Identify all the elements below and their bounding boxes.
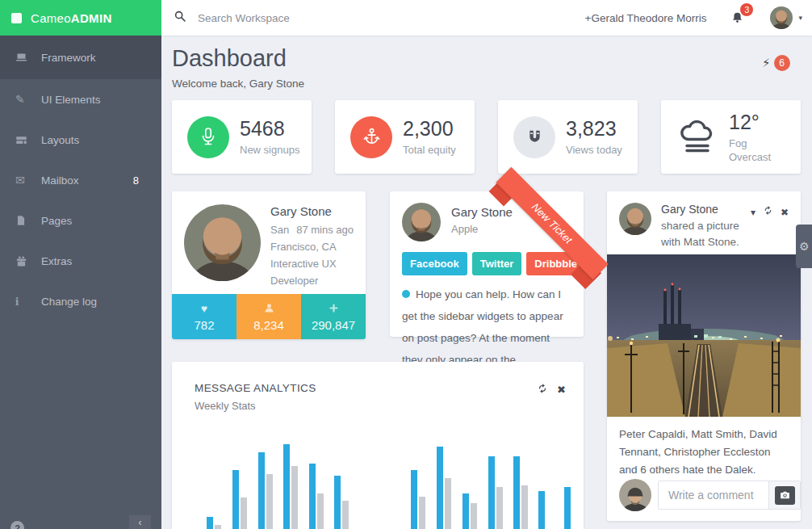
chevron-down-icon[interactable]: ▾ xyxy=(798,14,802,22)
info-icon: i xyxy=(15,295,36,309)
facebook-button[interactable]: Facebook xyxy=(402,252,467,275)
page-title: Dashboard xyxy=(172,45,304,72)
heart-icon: ♥ xyxy=(201,302,207,315)
refresh-icon[interactable] xyxy=(763,204,773,220)
social-user-name: Gary Stone xyxy=(661,203,718,216)
shared-photo xyxy=(607,254,801,417)
social-action-text: shared a picture with Matt Stone. xyxy=(661,220,739,248)
refresh-icon[interactable] xyxy=(537,383,548,397)
analytics-controls: ✖ xyxy=(537,383,566,397)
chart-bar-primary xyxy=(488,456,495,529)
chart-bar-primary xyxy=(564,487,571,529)
profile-stat-block[interactable]: 8,234 xyxy=(236,294,301,339)
chart-bar-primary xyxy=(463,493,469,529)
stat-value: 12° xyxy=(729,111,771,134)
gear-icon: ⚙ xyxy=(799,240,810,253)
chart-bar-secondary xyxy=(445,478,451,529)
user-icon xyxy=(263,302,275,315)
chart-bar-primary xyxy=(283,444,290,529)
weekly-stats-bar-chart xyxy=(172,428,584,529)
stat-card: 5468New signups xyxy=(172,100,312,174)
chart-bar-primary xyxy=(258,452,265,529)
bell-icon xyxy=(730,14,744,27)
gift-icon xyxy=(15,255,36,267)
chart-bar-primary xyxy=(538,491,545,529)
page-heading: Dashboard Welcome back, Gary Stone xyxy=(172,45,304,90)
stats-row: 5468New signups2,300Total equity3,823Vie… xyxy=(172,100,801,174)
notification-count-badge: 3 xyxy=(740,3,753,16)
sidebar-collapse-button[interactable]: ‹ xyxy=(129,515,151,529)
profile-card-body: Gary Stone 87 mins ago San Francisco, CA… xyxy=(172,191,366,289)
chart-bar-secondary xyxy=(419,497,425,529)
chart-bar-primary xyxy=(437,447,443,529)
sidebar-item-label: UI Elements xyxy=(41,94,101,106)
settings-panel-toggle[interactable]: ⚙ xyxy=(796,225,812,268)
sidebar-item-layouts[interactable]: Layouts xyxy=(0,120,161,160)
social-card-header: ▾ ✖ Gary Stone shared a picture with Mat… xyxy=(607,191,801,250)
magnet-icon xyxy=(513,116,555,158)
comment-row xyxy=(619,479,801,511)
chevron-down-icon[interactable]: ▾ xyxy=(751,204,755,220)
alerts-indicator[interactable]: ⚡ 6 xyxy=(762,55,790,71)
sidebar-item-mailbox[interactable]: ✉Mailbox8 xyxy=(0,160,161,200)
search-input[interactable] xyxy=(196,11,458,25)
sidebar-item-label: Mailbox xyxy=(41,174,79,187)
envelope-icon: ✉ xyxy=(15,174,36,187)
chart-bar-primary xyxy=(232,470,239,529)
profile-stat-value: 8,234 xyxy=(253,318,284,332)
stat-value: 3,823 xyxy=(566,117,622,141)
sidebar-item-label: Layouts xyxy=(41,134,79,146)
ticket-avatar xyxy=(402,203,441,241)
stat-card-text: 2,300Total equity xyxy=(403,117,456,157)
brand-name: CameoADMIN xyxy=(31,11,112,25)
ticket-card: New Ticket Gary Stone Apple FacebookTwit… xyxy=(390,191,584,337)
chart-bar-secondary xyxy=(317,493,324,529)
sidebar-item-framework[interactable]: Framework xyxy=(0,36,161,79)
profile-stat-value: 290,847 xyxy=(312,318,355,332)
social-buttons-row: FacebookTwitterDribbble xyxy=(402,241,571,275)
sidebar-item-ui-elements[interactable]: ✎UI Elements xyxy=(0,79,161,120)
profile-stats-row: ♥7828,234290,847 xyxy=(172,294,366,339)
social-avatar xyxy=(619,203,651,235)
sidebar-item-label: Pages xyxy=(41,215,72,227)
twitter-button[interactable]: Twitter xyxy=(472,252,522,275)
user-menu-link[interactable]: +Gerald Theodore Morris xyxy=(585,12,707,24)
chart-bar-primary xyxy=(411,470,417,529)
sidebar-item-change-log[interactable]: iChange log xyxy=(0,281,161,321)
sidebar-item-pages[interactable]: Pages xyxy=(0,200,161,241)
fog-icon xyxy=(676,116,718,158)
profile-stat-block[interactable]: ♥782 xyxy=(172,294,236,339)
sidebar-nav: Framework✎UI ElementsLayouts✉Mailbox8Pag… xyxy=(0,36,161,321)
pen-icon: ✎ xyxy=(15,93,36,106)
stat-value: 5468 xyxy=(240,117,299,141)
sidebar-item-extras[interactable]: Extras xyxy=(0,241,161,281)
anchor-icon xyxy=(350,116,392,158)
stat-label-secondary: Overcast xyxy=(729,150,771,164)
stat-value: 2,300 xyxy=(403,117,456,141)
camera-button[interactable] xyxy=(775,486,795,505)
analytics-header: MESSAGE ANALYTICS Weekly Stats xyxy=(172,362,584,412)
commenter-avatar xyxy=(619,479,651,511)
help-button[interactable]: ? xyxy=(10,521,24,529)
close-icon[interactable]: ✖ xyxy=(781,204,789,220)
profile-avatar xyxy=(184,204,261,281)
notifications-button[interactable]: 3 xyxy=(730,11,744,25)
sidebar-item-badge: 8 xyxy=(133,174,139,187)
comment-input[interactable] xyxy=(659,481,768,509)
search-bar xyxy=(161,10,585,26)
profile-stat-block[interactable]: 290,847 xyxy=(301,294,366,339)
sidebar-item-label: Extras xyxy=(41,255,72,267)
sidebar-item-label: Framework xyxy=(41,52,96,64)
close-icon[interactable]: ✖ xyxy=(557,384,566,396)
topbar: +Gerald Theodore Morris 3 ▾ xyxy=(161,0,812,36)
chart-bar-secondary xyxy=(496,487,503,529)
stat-card-text: 12°FogOvercast xyxy=(729,111,771,164)
chart-bar-secondary xyxy=(471,503,477,529)
profile-stat-value: 782 xyxy=(194,318,214,332)
analytics-card: MESSAGE ANALYTICS Weekly Stats ✖ xyxy=(172,362,584,529)
stat-card: 12°FogOvercast xyxy=(661,100,801,174)
topbar-avatar[interactable] xyxy=(770,6,793,29)
profile-timestamp: 87 mins ago xyxy=(296,221,354,238)
stat-card: 3,823Views today xyxy=(498,100,638,174)
chart-bar-secondary xyxy=(241,498,247,529)
